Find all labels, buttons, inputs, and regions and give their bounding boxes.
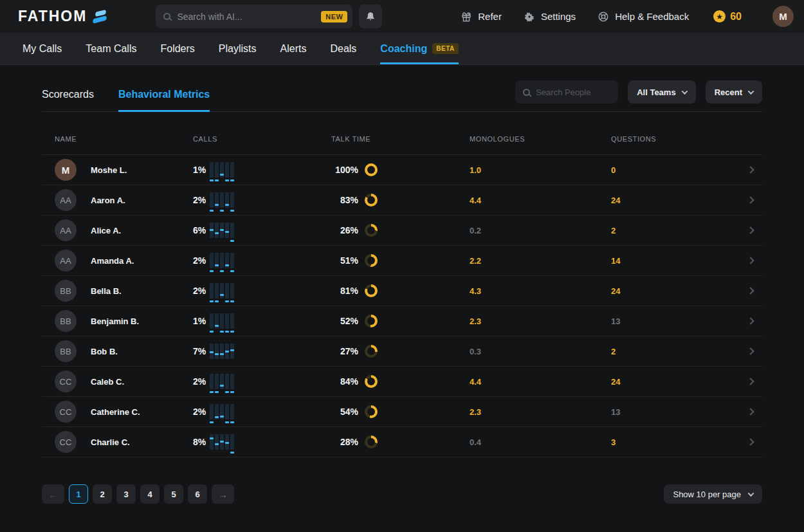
- table-row[interactable]: AA Aaron A. 2% 83% 4.4 24: [42, 185, 762, 216]
- table-row[interactable]: BB Benjamin B. 1% 52% 2.3 13: [42, 306, 762, 336]
- help-feedback-label: Help & Feedback: [615, 11, 689, 22]
- sort-filter-dropdown[interactable]: Recent: [706, 80, 762, 104]
- column-header-calls: CALLS: [193, 135, 331, 143]
- page-button-5[interactable]: 5: [164, 484, 183, 504]
- people-search[interactable]: [515, 80, 618, 104]
- calls-sparkline: [210, 283, 234, 298]
- calls-sparkline: [210, 192, 234, 208]
- monologues-value: 4.4: [470, 377, 481, 387]
- nav-tab-playlists[interactable]: Playlists: [219, 33, 257, 64]
- chevron-right-icon: [747, 196, 754, 203]
- user-avatar[interactable]: M: [772, 6, 794, 27]
- table-row[interactable]: CC Charlie C. 8% 28% 0.4 3: [42, 427, 762, 457]
- nav-tab-deals[interactable]: Deals: [330, 33, 356, 64]
- column-header-name: NAME: [55, 135, 193, 143]
- talk-time-ring: [365, 254, 378, 267]
- person-name: Charlie C.: [91, 437, 130, 447]
- settings-button[interactable]: Settings: [524, 11, 576, 23]
- calls-value: 1%: [193, 316, 205, 326]
- person-name: Bob B.: [91, 347, 118, 356]
- subtab-scorecards[interactable]: Scorecards: [42, 82, 94, 112]
- ai-search-bar[interactable]: NEW: [156, 5, 352, 28]
- brand-logo[interactable]: FATHOM: [18, 8, 109, 25]
- avatar: BB: [55, 340, 77, 362]
- column-header-monologues: MONOLOGUES: [470, 135, 611, 143]
- questions-value: 24: [611, 196, 620, 205]
- nav-tab-alerts[interactable]: Alerts: [280, 33, 307, 64]
- questions-value: 3: [611, 437, 616, 447]
- credits-badge[interactable]: ★ 60: [713, 10, 742, 23]
- table-row[interactable]: CC Caleb C. 2% 84% 4.4 24: [42, 367, 762, 397]
- notifications-button[interactable]: [359, 5, 382, 28]
- new-badge: NEW: [321, 11, 347, 23]
- person-name: Benjamin B.: [91, 316, 139, 326]
- coaching-page: ScorecardsBehavioral Metrics All Teams R…: [0, 80, 804, 504]
- search-icon: [163, 13, 170, 20]
- calls-value: 2%: [193, 195, 205, 205]
- monologues-value: 2.2: [470, 256, 481, 266]
- page-button-1[interactable]: 1: [69, 484, 88, 504]
- nav-tab-label: My Calls: [23, 43, 62, 55]
- refer-button[interactable]: Refer: [461, 11, 502, 23]
- table-header: NAME CALLS TALK TIME MONOLOGUES QUESTION…: [42, 112, 762, 155]
- talk-time-ring: [365, 284, 378, 297]
- page-size-dropdown[interactable]: Show 10 per page: [664, 484, 762, 504]
- avatar: CC: [55, 401, 77, 423]
- chevron-down-icon: [748, 490, 754, 497]
- talk-time-value: 81%: [331, 286, 358, 296]
- team-filter-dropdown[interactable]: All Teams: [628, 80, 695, 104]
- gift-icon: [461, 11, 472, 23]
- monologues-value: 0.3: [470, 347, 481, 356]
- nav-tab-label: Deals: [330, 43, 356, 55]
- page-button-3[interactable]: 3: [116, 484, 136, 504]
- avatar: CC: [55, 431, 77, 453]
- prev-page-button[interactable]: ←: [42, 484, 64, 504]
- nav-tab-coaching[interactable]: CoachingBETA: [380, 33, 458, 64]
- page-size-label: Show 10 per page: [673, 490, 741, 499]
- talk-time-ring: [365, 163, 378, 176]
- table-row[interactable]: BB Bob B. 7% 27% 0.3 2: [42, 336, 762, 367]
- nav-tab-label: Coaching: [380, 43, 427, 55]
- avatar: M: [55, 159, 77, 181]
- nav-tab-team-calls[interactable]: Team Calls: [86, 33, 136, 64]
- refer-label: Refer: [478, 11, 502, 22]
- column-header-questions: QUESTIONS: [611, 135, 740, 143]
- chevron-right-icon: [747, 287, 754, 294]
- page-button-2[interactable]: 2: [93, 484, 112, 504]
- subtab-behavioral-metrics[interactable]: Behavioral Metrics: [118, 82, 210, 112]
- table-row[interactable]: CC Catherine C. 2% 54% 2.3 13: [42, 397, 762, 427]
- ai-search-input[interactable]: [177, 12, 321, 22]
- questions-value: 24: [611, 286, 620, 296]
- table-row[interactable]: BB Bella B. 2% 81% 4.3 24: [42, 276, 762, 306]
- table-row[interactable]: AA Amanda A. 2% 51% 2.2 14: [42, 246, 762, 276]
- talk-time-value: 28%: [331, 437, 358, 447]
- talk-time-value: 54%: [331, 407, 358, 417]
- page-button-4[interactable]: 4: [140, 484, 160, 504]
- questions-value: 24: [611, 377, 620, 387]
- column-header-talk-time: TALK TIME: [331, 135, 470, 143]
- people-search-input[interactable]: [536, 87, 610, 97]
- calls-value: 2%: [193, 407, 205, 417]
- nav-tab-folders[interactable]: Folders: [160, 33, 194, 64]
- nav-tab-my-calls[interactable]: My Calls: [23, 33, 62, 64]
- calls-value: 8%: [193, 437, 205, 447]
- calls-value: 2%: [193, 376, 205, 387]
- page-button-6[interactable]: 6: [188, 484, 207, 504]
- fathom-logo-icon: [93, 10, 109, 24]
- monologues-value: 4.3: [470, 286, 481, 296]
- subtab-row: ScorecardsBehavioral Metrics All Teams R…: [42, 80, 762, 112]
- talk-time-ring: [365, 315, 378, 327]
- sort-filter-value: Recent: [715, 87, 742, 97]
- next-page-button[interactable]: →: [212, 484, 234, 504]
- calls-value: 6%: [193, 225, 205, 235]
- questions-value: 2: [611, 347, 616, 356]
- table-row[interactable]: AA Alice A. 6% 26% 0.2 2: [42, 216, 762, 246]
- talk-time-value: 27%: [331, 346, 358, 356]
- help-feedback-button[interactable]: Help & Feedback: [598, 11, 689, 23]
- person-name: Amanda A.: [91, 256, 134, 266]
- questions-value: 13: [611, 407, 620, 417]
- calls-sparkline: [210, 434, 234, 450]
- person-name: Catherine C.: [91, 407, 140, 417]
- table-row[interactable]: M Moshe L. 1% 100% 1.0 0: [42, 155, 762, 185]
- talk-time-value: 84%: [331, 376, 358, 387]
